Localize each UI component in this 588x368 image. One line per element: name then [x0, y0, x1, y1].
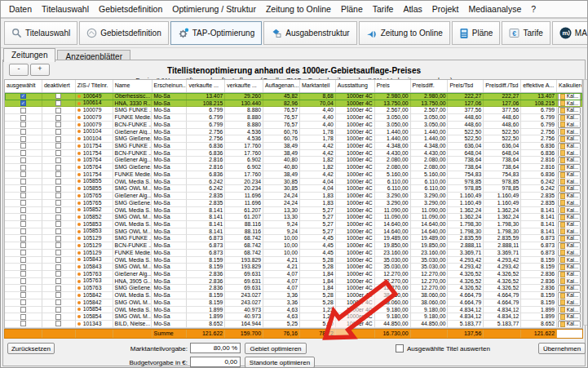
kalkulieren-button[interactable]: Kal... — [558, 207, 581, 215]
kalkulieren-button[interactable]: Kal... — [558, 264, 581, 271]
table-row[interactable]: 105855OWL Media S...Mo-Sa6.24220.23430,8… — [5, 179, 582, 186]
kalkulieren-button[interactable]: Kal... — [558, 235, 581, 242]
row-select-checkbox[interactable] — [20, 108, 26, 113]
table-row[interactable]: 105854OWL Media S...Mo-Sa1.89940.9734,63… — [5, 307, 582, 314]
kalkulieren-button[interactable]: Kal... — [558, 285, 581, 292]
row-deactivate-checkbox[interactable] — [55, 286, 61, 291]
row-deactivate-checkbox[interactable] — [55, 165, 61, 171]
row-select-checkbox[interactable] — [20, 207, 26, 213]
kalkulieren-button[interactable]: Kal... — [558, 242, 581, 250]
row-select-checkbox[interactable] — [20, 165, 26, 171]
kalkulieren-button[interactable]: Kal... — [558, 114, 581, 122]
row-deactivate-checkbox[interactable] — [55, 122, 61, 127]
toolbar-button-tarife[interactable]: €Tarife — [502, 21, 550, 45]
menu-item-titelauswahl[interactable]: Titelauswahl — [37, 2, 94, 16]
table-row[interactable]: 101754FUNKE Medie...Mo-Sa6.83617.76038,4… — [5, 171, 582, 179]
row-select-checkbox[interactable] — [20, 307, 26, 313]
menu-item-mediaanalyse[interactable]: Mediaanalyse — [463, 2, 526, 16]
kalkulieren-button[interactable]: Kal... — [558, 122, 581, 129]
table-row[interactable]: 101754SMG FUNKE ...Mo-Sa6.83617.76038,49… — [5, 143, 582, 150]
column-header-verkaufte[interactable]: verkaufte ... — [225, 80, 263, 92]
kalkulieren-button[interactable]: Kal... — [558, 193, 581, 200]
menu-item-atlas[interactable]: Atlas — [398, 2, 427, 16]
kalkulieren-button[interactable]: Kal... — [558, 299, 581, 307]
table-row[interactable]: 105842OWL Media S...Mo-Sa8.159243.0273,3… — [5, 292, 582, 299]
row-deactivate-checkbox[interactable] — [55, 186, 61, 192]
menu-item-[interactable]: ? — [526, 2, 541, 16]
row-select-checkbox[interactable] — [20, 299, 26, 305]
row-deactivate-checkbox[interactable] — [55, 314, 61, 320]
row-select-checkbox[interactable] — [20, 321, 26, 326]
table-row[interactable]: 105854SMG OWL M...Mo-Sa1.89940.9734,631,… — [5, 313, 582, 321]
table-row[interactable]: 105763HNA, 3905 G...Mo-Sa2.83669.6314,07… — [5, 278, 582, 286]
kalkulieren-button[interactable]: Kal... — [558, 278, 581, 286]
toolbar-button-ma[interactable]: mMA — [552, 21, 588, 45]
kalkulieren-button[interactable]: Kal... — [558, 313, 581, 321]
row-select-checkbox[interactable] — [20, 157, 26, 163]
table-row[interactable]: 105764SMG Gießene...Mo-Sa2.8166.90240,80… — [5, 164, 582, 171]
row-select-checkbox[interactable] — [20, 236, 26, 242]
row-select-checkbox[interactable] — [20, 193, 26, 198]
row-deactivate-checkbox[interactable] — [55, 171, 61, 177]
kalkulieren-button[interactable]: Kal... — [558, 250, 581, 257]
table-row[interactable]: 105853SMG OWL M...Mo-Sa8.14188.1169,245,… — [5, 228, 582, 236]
reset-button[interactable]: Zurücksetzen — [7, 343, 55, 354]
table-row[interactable]: 105129SMG FUNKE ...Mo-Sa6.87368.74210,00… — [5, 235, 582, 242]
row-select-checkbox[interactable] — [20, 200, 26, 206]
row-deactivate-checkbox[interactable] — [55, 108, 61, 113]
column-header-preis-tsd[interactable]: Preis/Tsd — [448, 80, 484, 92]
row-select-checkbox[interactable] — [20, 257, 26, 263]
table-row[interactable]: 105765SMG Gießene...Mo-Sa2.83511.69624,2… — [5, 200, 582, 207]
table-row[interactable]: 100079BCN-FUNKE ...Mo-Sa6.7998.88076,574… — [5, 122, 582, 129]
column-header-verkaufte[interactable]: verkaufte ... — [187, 80, 225, 92]
kalkulieren-button[interactable]: Kal... — [558, 157, 581, 164]
row-deactivate-checkbox[interactable] — [55, 299, 61, 305]
kalkulieren-button[interactable]: Kal... — [558, 221, 581, 228]
row-deactivate-checkbox[interactable] — [55, 236, 61, 242]
row-deactivate-checkbox[interactable] — [55, 242, 61, 248]
menu-item-optimierung-struktur[interactable]: Optimierung / Struktur — [167, 2, 261, 16]
row-select-checkbox[interactable]: ✓ — [20, 100, 26, 106]
row-deactivate-checkbox[interactable] — [55, 278, 61, 284]
menu-item-gebietsdefinition[interactable]: Gebietsdefinition — [94, 2, 167, 16]
row-select-checkbox[interactable] — [20, 250, 26, 255]
column-header-preisdiff-tsd[interactable]: Preisdiff./Tsd — [484, 80, 521, 92]
row-select-checkbox[interactable] — [20, 122, 26, 127]
table-row[interactable]: 105763SMG Gießene...Mo-Sa2.83669.6314,07… — [5, 285, 582, 292]
row-select-checkbox[interactable] — [20, 292, 26, 298]
row-deactivate-checkbox[interactable] — [55, 136, 61, 142]
row-select-checkbox[interactable] — [20, 314, 26, 320]
kalkulieren-button[interactable]: Kal... — [558, 214, 581, 221]
row-select-checkbox[interactable] — [20, 171, 26, 177]
column-header-ausstattung[interactable]: Ausstattung — [336, 80, 375, 92]
row-select-checkbox[interactable] — [20, 228, 26, 234]
row-deactivate-checkbox[interactable] — [55, 179, 61, 184]
toolbar-button-gebietsdefinition[interactable]: Gebietsdefinition — [79, 21, 169, 45]
table-row[interactable]: 105852OWL Media S...Mo-Sa8.14161.20713,3… — [5, 207, 582, 215]
row-select-checkbox[interactable] — [20, 186, 26, 192]
budget-input[interactable]: 0,00 — [190, 357, 241, 367]
toolbar-button-zeitung-to-online[interactable]: Zeitung to Online — [359, 21, 450, 45]
column-header-marktanteil[interactable]: Marktanteil — [300, 80, 336, 92]
toolbar-button-ausgabenstruktur[interactable]: Ausgabenstruktur — [263, 21, 356, 45]
table-row[interactable]: 105843OWL Media S...Mo-Sa8.159193.8294,2… — [5, 257, 582, 264]
tab-zeitungen[interactable]: Zeitungen — [3, 48, 55, 62]
column-header-name[interactable]: Name — [113, 80, 153, 92]
row-select-checkbox[interactable] — [20, 215, 26, 220]
kalkulieren-button[interactable]: Kal... — [558, 307, 581, 314]
row-deactivate-checkbox[interactable] — [55, 143, 61, 149]
menu-item-projekt[interactable]: Projekt — [427, 2, 464, 16]
table-row[interactable]: 101343BILD, Nielse...Mo-Sa8.652164.9445,… — [5, 321, 582, 328]
kalkulieren-button[interactable]: Kal... — [558, 143, 581, 150]
column-header-preis[interactable]: Preis — [375, 80, 411, 92]
row-select-checkbox[interactable]: ✓ — [20, 93, 26, 99]
kalkulieren-button[interactable]: Kal... — [558, 171, 581, 179]
kalkulieren-button[interactable]: Kal... — [558, 164, 581, 171]
table-row[interactable]: 105129BCN-FUNKE ...Mo-Sa6.87368.74210,00… — [5, 242, 582, 250]
row-select-checkbox[interactable] — [20, 136, 26, 142]
vertical-scrollbar[interactable] — [583, 79, 588, 326]
column-header-kalkulieren[interactable]: Kalkulieren — [557, 80, 582, 92]
row-deactivate-checkbox[interactable] — [55, 200, 61, 206]
row-deactivate-checkbox[interactable] — [55, 271, 61, 277]
kalkulieren-button[interactable]: Kal... — [558, 93, 581, 100]
